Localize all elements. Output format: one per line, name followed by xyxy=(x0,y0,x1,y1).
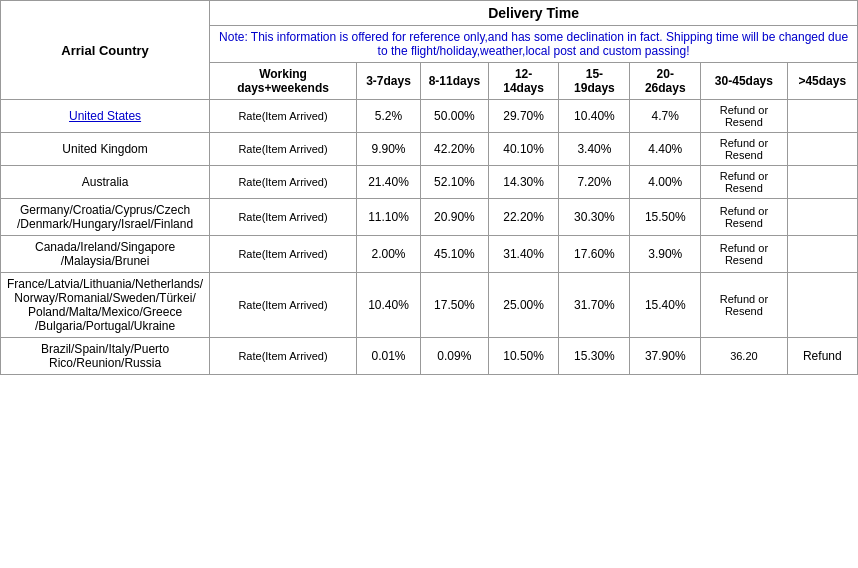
data-cell: 0.01% xyxy=(356,338,420,375)
refund-cell: Refund or Resend xyxy=(701,100,787,133)
rate-cell: Rate(Item Arrived) xyxy=(210,273,357,338)
arrival-country-header: Arrial Country xyxy=(1,1,210,100)
data-cell: 15.30% xyxy=(559,338,630,375)
data-cell: 21.40% xyxy=(356,166,420,199)
col-45plus-cell xyxy=(787,273,857,338)
data-cell: 17.60% xyxy=(559,236,630,273)
col-45plus-cell: Refund xyxy=(787,338,857,375)
data-cell: 0.09% xyxy=(421,338,489,375)
refund-cell: 36.20 xyxy=(701,338,787,375)
country-link[interactable]: United States xyxy=(69,109,141,123)
col-header-12-14: 12-14days xyxy=(488,63,559,100)
rate-cell: Rate(Item Arrived) xyxy=(210,133,357,166)
data-cell: 4.00% xyxy=(630,166,701,199)
country-cell: Australia xyxy=(1,166,210,199)
col-header-15-19: 15-19days xyxy=(559,63,630,100)
rate-cell: Rate(Item Arrived) xyxy=(210,166,357,199)
data-cell: 25.00% xyxy=(488,273,559,338)
data-cell: 4.40% xyxy=(630,133,701,166)
refund-cell: Refund or Resend xyxy=(701,236,787,273)
data-cell: 2.00% xyxy=(356,236,420,273)
country-cell: France/Latvia/Lithuania/Netherlands/Norw… xyxy=(1,273,210,338)
delivery-time-header: Delivery Time xyxy=(210,1,858,26)
data-cell: 10.40% xyxy=(559,100,630,133)
data-cell: 31.70% xyxy=(559,273,630,338)
data-cell: 5.2% xyxy=(356,100,420,133)
country-cell: United States xyxy=(1,100,210,133)
data-cell: 31.40% xyxy=(488,236,559,273)
data-cell: 52.10% xyxy=(421,166,489,199)
data-cell: 10.40% xyxy=(356,273,420,338)
data-cell: 20.90% xyxy=(421,199,489,236)
data-cell: 15.40% xyxy=(630,273,701,338)
col-45plus-cell xyxy=(787,236,857,273)
refund-cell: Refund or Resend xyxy=(701,273,787,338)
data-cell: 15.50% xyxy=(630,199,701,236)
data-cell: 4.7% xyxy=(630,100,701,133)
col-header-working-days: Working days+weekends xyxy=(210,63,357,100)
note-cell: Note: This information is offered for re… xyxy=(210,26,858,63)
data-cell: 45.10% xyxy=(421,236,489,273)
data-cell: 29.70% xyxy=(488,100,559,133)
col-45plus-cell xyxy=(787,166,857,199)
col-header-8-11: 8-11days xyxy=(421,63,489,100)
data-cell: 40.10% xyxy=(488,133,559,166)
col-45plus-cell xyxy=(787,100,857,133)
data-cell: 22.20% xyxy=(488,199,559,236)
delivery-time-table: Arrial Country Delivery Time Note: This … xyxy=(0,0,858,375)
data-cell: 3.90% xyxy=(630,236,701,273)
rate-cell: Rate(Item Arrived) xyxy=(210,338,357,375)
refund-cell: Refund or Resend xyxy=(701,133,787,166)
data-cell: 10.50% xyxy=(488,338,559,375)
rate-cell: Rate(Item Arrived) xyxy=(210,199,357,236)
data-cell: 17.50% xyxy=(421,273,489,338)
col-header-3-7: 3-7days xyxy=(356,63,420,100)
country-cell: United Kingdom xyxy=(1,133,210,166)
data-cell: 14.30% xyxy=(488,166,559,199)
data-cell: 11.10% xyxy=(356,199,420,236)
country-cell: Germany/Croatia/Cyprus/Czech/Denmark/Hun… xyxy=(1,199,210,236)
col-header-20-26: 20-26days xyxy=(630,63,701,100)
refund-cell: Refund or Resend xyxy=(701,199,787,236)
data-cell: 7.20% xyxy=(559,166,630,199)
refund-cell: Refund or Resend xyxy=(701,166,787,199)
data-cell: 3.40% xyxy=(559,133,630,166)
col-45plus-cell xyxy=(787,199,857,236)
data-cell: 50.00% xyxy=(421,100,489,133)
col-header-30-45: 30-45days xyxy=(701,63,787,100)
col-45plus-cell xyxy=(787,133,857,166)
country-cell: Brazil/Spain/Italy/PuertoRico/Reunion/Ru… xyxy=(1,338,210,375)
data-cell: 30.30% xyxy=(559,199,630,236)
rate-cell: Rate(Item Arrived) xyxy=(210,236,357,273)
data-cell: 37.90% xyxy=(630,338,701,375)
data-cell: 42.20% xyxy=(421,133,489,166)
country-cell: Canada/Ireland/Singapore/Malaysia/Brunei xyxy=(1,236,210,273)
col-header-45plus: >45days xyxy=(787,63,857,100)
rate-cell: Rate(Item Arrived) xyxy=(210,100,357,133)
data-cell: 9.90% xyxy=(356,133,420,166)
